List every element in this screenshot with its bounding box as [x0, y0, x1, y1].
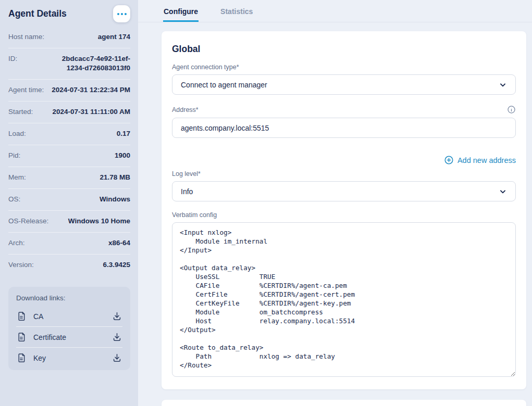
address-group: Address* — [172, 105, 516, 138]
chevron-down-icon — [499, 81, 507, 89]
download-row-key: Key — [16, 348, 122, 368]
download-certificate-button[interactable] — [112, 332, 122, 342]
detail-row-arch: Arch: x86-64 — [8, 233, 130, 255]
detail-row-os: OS: Windows — [8, 189, 130, 211]
log-level-value: Info — [181, 187, 193, 196]
connection-type-select[interactable]: Connect to agent manager — [172, 74, 516, 95]
detail-value: 2024-07-31 11:11:00 AM — [52, 107, 130, 117]
sidebar-title: Agent Details — [8, 8, 67, 19]
plus-circle-icon — [444, 155, 454, 165]
main-content: Configure Statistics Global Agent connec… — [138, 0, 532, 406]
detail-label: OS: — [8, 195, 20, 204]
connection-type-value: Connect to agent manager — [181, 81, 267, 89]
tab-configure[interactable]: Configure — [163, 0, 199, 22]
detail-value: Windows — [100, 195, 130, 204]
detail-value: 6.3.9425 — [103, 260, 130, 270]
detail-label: Host name: — [8, 32, 44, 42]
connection-type-group: Agent connection type* Connect to agent … — [172, 64, 516, 95]
detail-value: x86-64 — [108, 238, 130, 248]
detail-label: Mem: — [8, 173, 26, 182]
detail-row-agent-time: Agent time: 2024-07-31 12:22:34 PM — [8, 80, 130, 102]
detail-value: Windows 10 Home — [68, 217, 130, 226]
detail-row-version: Version: 6.3.9425 — [8, 255, 130, 276]
more-icon — [121, 13, 123, 15]
file-icon — [17, 353, 27, 363]
connection-type-label: Agent connection type* — [172, 64, 516, 71]
detail-row-hostname: Host name: agent 174 — [8, 27, 130, 48]
sidebar-header: Agent Details — [8, 5, 130, 22]
detail-row-mem: Mem: 21.78 MB — [8, 167, 130, 189]
detail-label: ID: — [8, 54, 17, 64]
add-address-row: Add new address — [172, 155, 516, 165]
download-ca-button[interactable] — [112, 311, 122, 321]
detail-label: OS-Release: — [8, 217, 48, 226]
verbatim-config-group: Verbatim config <Input nxlog> Module im_… — [172, 211, 516, 379]
detail-row-id: ID: 2bdcacc7-4e92-11ef-1234-d726083013f0 — [8, 48, 130, 80]
detail-label: Agent time: — [8, 85, 44, 95]
address-label: Address* — [172, 106, 199, 113]
file-icon — [17, 332, 27, 342]
detail-row-os-release: OS-Release: Windows 10 Home — [8, 211, 130, 233]
detail-value: agent 174 — [98, 32, 130, 42]
next-section-card — [162, 400, 526, 406]
global-config-card: Global Agent connection type* Connect to… — [162, 31, 526, 389]
verbatim-config-textarea[interactable]: <Input nxlog> Module im_internal </Input… — [172, 222, 516, 377]
tab-statistics[interactable]: Statistics — [220, 0, 253, 22]
more-icon — [117, 13, 119, 15]
detail-label: Started: — [8, 107, 33, 117]
detail-value: 2bdcacc7-4e92-11ef-1234-d726083013f0 — [48, 54, 130, 73]
file-icon — [17, 311, 27, 321]
section-heading: Global — [172, 44, 516, 55]
address-input[interactable] — [172, 118, 516, 138]
detail-value: 21.78 MB — [100, 173, 130, 182]
chevron-down-icon — [499, 187, 507, 196]
info-icon[interactable] — [507, 105, 516, 114]
download-links-title: Download links: — [16, 293, 122, 306]
download-row-ca: CA — [16, 306, 122, 327]
download-key-button[interactable] — [112, 353, 122, 363]
detail-row-pid: Pid: 1900 — [8, 145, 130, 167]
log-level-group: Log level* Info — [172, 170, 516, 201]
detail-label: Arch: — [8, 238, 25, 248]
verbatim-config-label: Verbatim config — [172, 211, 516, 219]
agent-details-sidebar: Agent Details Host name: agent 174 ID: 2… — [0, 0, 138, 406]
log-level-select[interactable]: Info — [172, 181, 516, 201]
more-icon — [125, 13, 127, 15]
download-item-label: Certificate — [33, 333, 105, 341]
download-links-panel: Download links: CA — [8, 287, 130, 370]
more-actions-button[interactable] — [113, 5, 130, 22]
detail-label: Load: — [8, 129, 26, 138]
detail-value: 2024-07-31 12:22:34 PM — [52, 85, 130, 95]
detail-label: Pid: — [8, 151, 20, 160]
log-level-label: Log level* — [172, 170, 516, 177]
add-new-address-label: Add new address — [457, 156, 516, 164]
detail-value: 1900 — [115, 151, 130, 160]
detail-row-load: Load: 0.17 — [8, 123, 130, 145]
download-item-label: CA — [33, 312, 105, 321]
detail-row-started: Started: 2024-07-31 11:11:00 AM — [8, 102, 130, 123]
download-item-label: Key — [33, 354, 105, 362]
download-row-certificate: Certificate — [16, 327, 122, 348]
configure-panel: Global Agent connection type* Connect to… — [138, 22, 532, 406]
tab-bar: Configure Statistics — [138, 0, 532, 22]
detail-label: Version: — [8, 260, 34, 270]
detail-value: 0.17 — [117, 129, 130, 138]
add-new-address-button[interactable]: Add new address — [444, 155, 516, 165]
